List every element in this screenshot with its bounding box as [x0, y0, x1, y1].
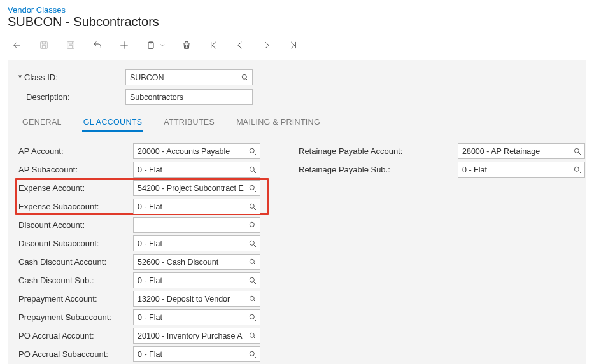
- field-row: PO Accrual Account:: [18, 327, 260, 344]
- next-icon[interactable]: [261, 39, 272, 51]
- prev-icon[interactable]: [234, 39, 246, 51]
- field-label: AP Account:: [18, 146, 133, 156]
- field-input[interactable]: [134, 273, 260, 288]
- tab-gl-accounts[interactable]: GL ACCOUNTS: [82, 114, 143, 132]
- field-input-wrap: [133, 217, 260, 233]
- field-input[interactable]: [134, 218, 260, 232]
- search-icon[interactable]: [248, 184, 257, 193]
- field-input-wrap: [133, 162, 260, 178]
- field-label: Retainage Payable Account:: [299, 146, 458, 156]
- search-icon[interactable]: [573, 147, 582, 156]
- search-icon[interactable]: [248, 295, 257, 304]
- svg-point-13: [250, 259, 254, 263]
- field-input[interactable]: [458, 144, 584, 158]
- search-icon[interactable]: [248, 165, 257, 174]
- field-input-wrap: [133, 235, 260, 251]
- description-input-wrap: [125, 89, 253, 105]
- search-icon[interactable]: [248, 202, 257, 211]
- svg-rect-0: [41, 42, 48, 49]
- delete-icon[interactable]: [181, 39, 192, 51]
- toolbar: [11, 36, 586, 60]
- svg-point-16: [250, 314, 254, 319]
- search-icon[interactable]: [248, 350, 257, 359]
- first-icon[interactable]: [208, 39, 219, 51]
- chevron-down-icon[interactable]: [159, 39, 166, 51]
- field-row: Prepayment Account:: [18, 290, 260, 307]
- field-input[interactable]: [134, 236, 260, 251]
- search-icon[interactable]: [248, 258, 257, 267]
- field-label: Retainage Payable Sub.:: [299, 165, 458, 174]
- search-icon[interactable]: [248, 332, 257, 340]
- field-row: Expense Account:: [18, 179, 260, 197]
- save-icon[interactable]: [38, 39, 50, 51]
- field-input[interactable]: [134, 162, 260, 177]
- svg-point-6: [242, 74, 246, 79]
- svg-point-14: [250, 277, 254, 282]
- search-icon[interactable]: [248, 239, 257, 248]
- search-icon[interactable]: [241, 73, 250, 82]
- undo-icon[interactable]: [92, 39, 103, 51]
- description-input[interactable]: [126, 90, 252, 104]
- description-label: Description:: [18, 92, 125, 102]
- field-input[interactable]: [458, 162, 584, 177]
- field-input-wrap: [133, 143, 260, 159]
- clipboard-icon[interactable]: [145, 39, 157, 51]
- field-label: Expense Subaccount:: [18, 202, 133, 211]
- field-input-wrap: [133, 346, 260, 362]
- breadcrumb[interactable]: Vendor Classes: [8, 5, 66, 15]
- field-row: Prepayment Subaccount:: [18, 309, 260, 326]
- search-icon[interactable]: [248, 221, 257, 230]
- field-input-wrap: [133, 199, 260, 214]
- field-label: Expense Account:: [18, 183, 133, 193]
- field-input[interactable]: [134, 181, 260, 195]
- svg-point-20: [574, 167, 579, 171]
- field-row: Cash Discount Sub.:: [18, 272, 260, 289]
- field-label: AP Subaccount:: [18, 165, 133, 174]
- svg-point-12: [250, 241, 254, 245]
- field-input[interactable]: [134, 144, 260, 158]
- tab-mailing[interactable]: MAILING & PRINTING: [235, 114, 322, 132]
- last-icon[interactable]: [288, 39, 299, 51]
- search-icon[interactable]: [248, 313, 257, 322]
- left-column: AP Account:AP Subaccount:Expense Account…: [18, 143, 260, 364]
- field-label: PO Accrual Subaccount:: [18, 349, 133, 359]
- field-input-wrap: [133, 272, 260, 288]
- field-input[interactable]: [134, 347, 260, 361]
- svg-point-7: [250, 148, 254, 153]
- field-row: Discount Account:: [18, 216, 260, 234]
- add-icon[interactable]: [118, 39, 130, 51]
- field-row: Discount Subaccount:: [18, 235, 260, 252]
- field-input-wrap: [458, 162, 585, 178]
- svg-point-10: [250, 204, 254, 208]
- search-icon[interactable]: [248, 276, 257, 285]
- svg-rect-2: [67, 42, 74, 49]
- class-id-input[interactable]: [126, 70, 252, 85]
- svg-point-15: [250, 296, 254, 300]
- field-row: Expense Subaccount:: [18, 198, 260, 215]
- field-input[interactable]: [134, 199, 260, 214]
- class-id-label: Class ID:: [18, 73, 125, 82]
- svg-point-11: [250, 222, 254, 227]
- field-label: Cash Discount Sub.:: [18, 276, 133, 285]
- search-icon[interactable]: [248, 147, 257, 156]
- form-panel: Class ID: Description: GENERAL GL ACCOUN…: [8, 60, 586, 364]
- svg-point-19: [574, 148, 579, 153]
- field-input[interactable]: [134, 255, 260, 269]
- field-input[interactable]: [134, 310, 260, 325]
- back-icon[interactable]: [11, 39, 23, 51]
- save-close-icon[interactable]: [65, 39, 76, 51]
- page-title: SUBCON - Subcontractors: [8, 15, 586, 29]
- field-input-wrap: [133, 180, 260, 196]
- field-label: Discount Subaccount:: [18, 239, 133, 248]
- svg-rect-1: [42, 46, 45, 48]
- field-label: Prepayment Subaccount:: [18, 312, 133, 322]
- field-input-wrap: [133, 328, 260, 344]
- field-input[interactable]: [134, 291, 260, 306]
- search-icon[interactable]: [573, 165, 582, 174]
- field-input[interactable]: [134, 328, 260, 343]
- tab-attributes[interactable]: ATTRIBUTES: [162, 114, 216, 132]
- field-label: PO Accrual Account:: [18, 331, 133, 340]
- svg-rect-3: [69, 46, 72, 48]
- field-label: Cash Discount Account:: [18, 257, 133, 267]
- tab-general[interactable]: GENERAL: [21, 114, 63, 132]
